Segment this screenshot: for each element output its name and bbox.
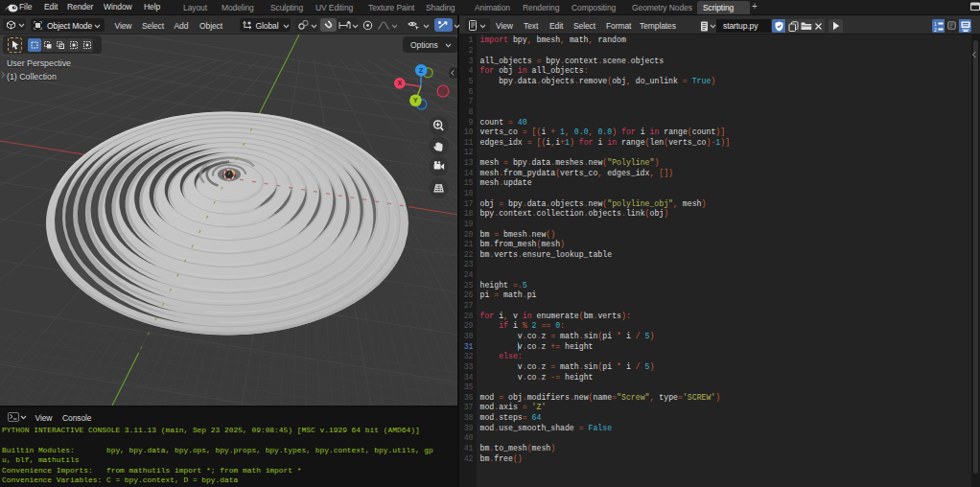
svg-text:Y: Y <box>413 97 418 104</box>
svg-text:X: X <box>397 80 402 86</box>
svg-text:2: 2 <box>934 26 937 32</box>
svg-text:Z: Z <box>419 67 424 74</box>
